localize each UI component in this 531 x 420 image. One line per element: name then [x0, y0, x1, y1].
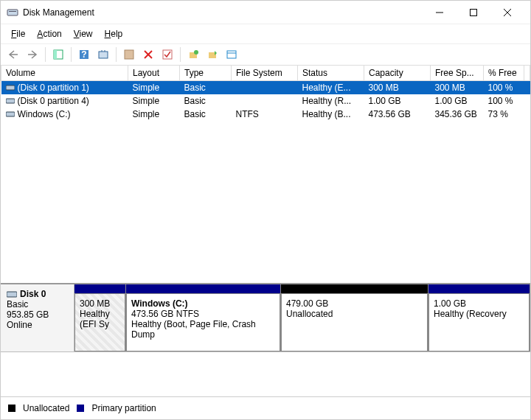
col-type[interactable]: Type: [180, 66, 232, 81]
volume-name: Windows (C:): [18, 109, 71, 119]
disk-type: Basic: [7, 299, 68, 309]
checkmark-icon[interactable]: [159, 46, 176, 63]
menu-view[interactable]: View: [69, 27, 97, 41]
partition-block[interactable]: 479.00 GBUnallocated: [281, 284, 428, 351]
cell: Simple: [128, 81, 180, 95]
svg-point-16: [194, 50, 198, 55]
col-fs[interactable]: File System: [232, 66, 298, 81]
table-row[interactable]: (Disk 0 partition 1)SimpleBasicHealthy (…: [1, 81, 530, 95]
cell: Basic: [180, 108, 232, 121]
help-button[interactable]: ?: [76, 46, 92, 63]
toolbar: ?: [1, 44, 530, 66]
partition-header-bar: [428, 284, 530, 293]
col-capacity[interactable]: Capacity: [364, 66, 431, 81]
partition-block[interactable]: 1.00 GBHealthy (Recovery: [428, 284, 530, 351]
settings-icon[interactable]: [121, 46, 137, 63]
legend: Unallocated Primary partition: [1, 396, 530, 419]
table-header-row: Volume Layout Type File System Status Ca…: [1, 66, 530, 81]
menu-help[interactable]: Help: [100, 27, 128, 41]
col-layout[interactable]: Layout: [128, 66, 180, 81]
partition-block[interactable]: Windows (C:)473.56 GB NTFSHealthy (Boot,…: [126, 284, 281, 351]
svg-rect-3: [471, 9, 477, 15]
cell: Basic: [180, 94, 232, 108]
forward-button[interactable]: [24, 46, 41, 63]
disk-graphic-pane[interactable]: Disk 0 Basic 953.85 GB Online 300 MBHeal…: [1, 284, 530, 396]
toolbar-separator: [180, 47, 181, 62]
legend-swatch-unallocated: [8, 405, 15, 412]
window-controls: [423, 1, 524, 24]
legend-unallocated: Unallocated: [23, 403, 69, 413]
svg-text:?: ?: [81, 49, 86, 60]
action2-icon[interactable]: [204, 46, 221, 63]
svg-rect-21: [6, 99, 15, 103]
col-status[interactable]: Status: [298, 66, 364, 81]
disk-size: 953.85 GB: [7, 309, 68, 320]
disk-partitions: 300 MBHealthy (EFI SyWindows (C:)473.56 …: [74, 284, 530, 351]
delete-button[interactable]: [140, 46, 156, 63]
partition-body: Windows (C:)473.56 GB NTFSHealthy (Boot,…: [126, 293, 280, 351]
back-button[interactable]: [5, 46, 21, 63]
partition-body: 479.00 GBUnallocated: [281, 293, 428, 351]
col-extra[interactable]: [524, 66, 530, 81]
svg-rect-18: [227, 51, 236, 58]
action1-icon[interactable]: [185, 46, 201, 63]
disk-state: Online: [7, 320, 68, 330]
col-pct[interactable]: % Free: [484, 66, 524, 81]
partition-header-bar: [281, 284, 428, 293]
disk-row: Disk 0 Basic 953.85 GB Online 300 MBHeal…: [1, 284, 530, 352]
partition-header-bar: [126, 284, 280, 293]
toolbar-separator: [116, 47, 117, 62]
col-volume[interactable]: Volume: [1, 66, 128, 81]
partition-body: 300 MBHealthy (EFI Sy: [74, 293, 125, 351]
svg-rect-7: [54, 50, 57, 59]
cell: Healthy (E...: [298, 81, 364, 95]
show-hide-tree-button[interactable]: [50, 46, 66, 63]
cell: Healthy (B...: [298, 108, 364, 121]
disk-info[interactable]: Disk 0 Basic 953.85 GB Online: [1, 284, 74, 351]
table-row[interactable]: (Disk 0 partition 4)SimpleBasicHealthy (…: [1, 94, 530, 108]
svg-rect-22: [6, 112, 15, 116]
svg-rect-20: [6, 85, 15, 90]
col-free[interactable]: Free Sp...: [431, 66, 484, 81]
partition-line1: 473.56 GB NTFS: [131, 309, 275, 319]
action3-icon[interactable]: [223, 46, 240, 63]
menu-action[interactable]: Action: [32, 27, 66, 41]
cell: [232, 94, 298, 108]
volume-name: (Disk 0 partition 4): [18, 96, 89, 106]
volume-name: (Disk 0 partition 1): [18, 83, 89, 93]
cell: NTFS: [232, 108, 298, 121]
svg-rect-14: [163, 50, 172, 59]
cell: Healthy (R...: [298, 94, 364, 108]
partition-line2: Healthy (Boot, Page File, Crash Dump: [131, 319, 275, 340]
partition-line1: 479.00 GB: [286, 298, 423, 309]
close-button[interactable]: [490, 1, 524, 24]
disk-icon: [7, 290, 17, 298]
partition-line2: Healthy (Recovery: [434, 309, 524, 319]
cell: 300 MB: [431, 81, 484, 95]
disk-name: Disk 0: [7, 289, 68, 299]
svg-rect-1: [9, 11, 16, 12]
cell: 473.56 GB: [364, 108, 431, 121]
menu-bar: File Action View Help: [1, 24, 530, 44]
partition-line1: 1.00 GB: [434, 298, 524, 309]
cell: [232, 81, 298, 95]
legend-swatch-primary: [77, 405, 84, 412]
cell: 1.00 GB: [364, 94, 431, 108]
volume-list-pane[interactable]: Volume Layout Type File System Status Ca…: [1, 66, 530, 284]
svg-rect-0: [7, 10, 18, 15]
title-bar: Disk Management: [1, 1, 530, 24]
refresh-button[interactable]: [95, 46, 111, 63]
partition-block[interactable]: 300 MBHealthy (EFI Sy: [74, 284, 126, 351]
cell: 73 %: [484, 108, 524, 121]
maximize-button[interactable]: [457, 1, 490, 24]
partition-line2: Healthy (EFI Sy: [80, 309, 120, 329]
partition-body: 1.00 GBHealthy (Recovery: [428, 293, 530, 351]
table-row[interactable]: Windows (C:)SimpleBasicNTFSHealthy (B...…: [1, 108, 530, 121]
minimize-button[interactable]: [423, 1, 457, 24]
menu-file[interactable]: File: [7, 27, 30, 41]
window-title: Disk Management: [23, 7, 423, 18]
toolbar-separator: [45, 47, 46, 62]
partition-line1: 300 MB: [80, 298, 120, 309]
partition-line2: Unallocated: [286, 309, 423, 319]
svg-rect-10: [99, 52, 108, 58]
